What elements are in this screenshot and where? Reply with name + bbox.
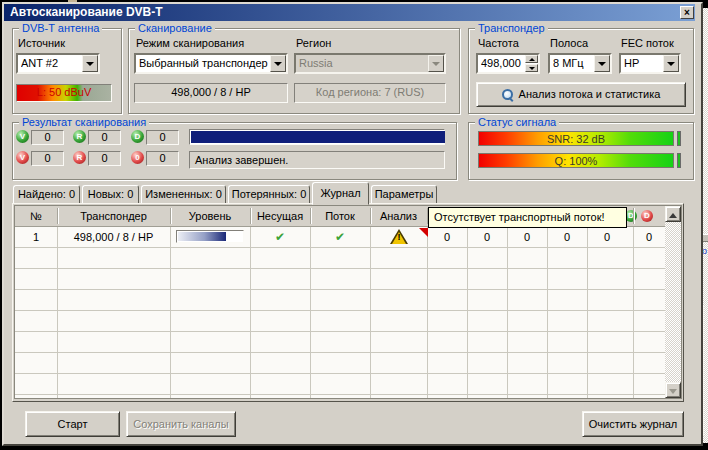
signal-status-group-title: Статус сигнала	[475, 116, 559, 129]
scan-mode-select[interactable]: Выбранный транспондер	[134, 53, 288, 74]
header-separator	[310, 208, 311, 224]
fec-label: FEC поток	[621, 37, 674, 49]
tab-changed[interactable]: Измененных: 0	[141, 185, 226, 204]
analyze-stream-button[interactable]: Анализ потока и статистика	[476, 82, 686, 107]
chevron-down-icon	[86, 62, 94, 70]
row1-counter-tv-lost: 0	[468, 228, 506, 246]
source-select[interactable]: ANT #2	[16, 53, 100, 74]
radio-found-icon: R	[73, 130, 86, 143]
scroll-up-button[interactable]	[665, 206, 681, 222]
grid-vline	[633, 227, 634, 398]
data-found-count: 0	[146, 130, 179, 145]
grid-vline	[310, 227, 311, 398]
row1-level-fill	[178, 232, 226, 241]
column-header-analysis: Анализ	[370, 206, 427, 226]
source-value: ANT #2	[21, 56, 81, 70]
bandwidth-select[interactable]: 8 МГц	[548, 53, 612, 74]
clear-journal-button[interactable]: Очистить журнал	[582, 411, 684, 437]
transponder-info-box: 498,000 / 8 / HP	[134, 83, 288, 103]
quality-text: Q: 100%	[555, 155, 598, 167]
radio-lost-count: 0	[88, 151, 121, 166]
scan-group-title: Сканирование	[135, 22, 215, 35]
region-select-disabled: Russia	[294, 53, 446, 74]
fec-dropdown-button[interactable]	[663, 55, 679, 72]
region-value: Russia	[299, 56, 427, 70]
tab-parameters[interactable]: Параметры	[371, 185, 437, 204]
row1-counter-radio-found: 0	[508, 228, 546, 246]
chevron-up-icon	[529, 55, 535, 61]
analyze-stream-label: Анализ потока и статистика	[519, 88, 661, 100]
frequency-spinbox[interactable]: 498,000	[476, 53, 540, 74]
frequency-down-button[interactable]	[525, 64, 538, 72]
grid-vline	[467, 227, 468, 398]
source-dropdown-button[interactable]	[82, 55, 98, 72]
save-channels-button: Сохранить каналы	[126, 411, 236, 437]
tab-new[interactable]: Новых: 0	[82, 185, 139, 204]
scan-result-group-title: Результат сканирования	[19, 116, 149, 129]
column-header-transponder: Транспондер	[57, 206, 170, 226]
chevron-down-icon	[667, 62, 675, 70]
frequency-value: 498,000	[481, 56, 524, 70]
bandwidth-value: 8 МГц	[553, 56, 593, 70]
column-header-stream: Поток	[310, 206, 370, 226]
signal-level-meter: L: 50 dBuV	[16, 84, 112, 102]
row1-counter-data-lost: 0	[634, 228, 664, 246]
scan-status-text: Анализ завершен.	[195, 154, 288, 166]
transponder-group-title: Транспондер	[475, 22, 548, 35]
tab-found[interactable]: Найдено: 0	[13, 185, 80, 204]
snr-text: SNR: 32 dB	[547, 133, 605, 145]
snr-bar: SNR: 32 dB	[478, 131, 674, 146]
table-scrollbar[interactable]	[665, 206, 681, 398]
grid-vline	[547, 227, 548, 398]
column-header-num: №	[15, 206, 57, 226]
close-icon: ×	[684, 7, 690, 18]
magnifier-icon	[502, 89, 513, 100]
chevron-down-icon	[432, 62, 440, 70]
scroll-down-icon	[669, 389, 677, 398]
bandwidth-dropdown-button[interactable]	[594, 55, 610, 72]
chevron-down-icon	[274, 62, 282, 70]
fec-select[interactable]: HP	[619, 53, 681, 74]
region-label: Регион	[296, 37, 331, 49]
grid-vline	[507, 227, 508, 398]
grid-vline	[427, 227, 428, 398]
grid-vline	[587, 227, 588, 398]
tab-lost[interactable]: Потерянных: 0	[228, 185, 310, 204]
tab-journal[interactable]: Журнал	[312, 182, 369, 205]
scroll-up-icon	[669, 209, 677, 218]
tv-found-icon: V	[16, 130, 29, 143]
close-button[interactable]: ×	[680, 6, 694, 19]
title-bar[interactable]: Автосканирование DVB-T	[4, 4, 695, 21]
radio-found-count: 0	[88, 130, 121, 145]
tooltip-text: Отсутствует транспортный поток!	[434, 211, 605, 223]
scan-mode-label: Режим сканирования	[136, 37, 244, 49]
quality-bar: Q: 100%	[478, 153, 674, 168]
frequency-up-button[interactable]	[525, 55, 538, 63]
warning-exclamation: !	[390, 232, 408, 242]
scan-mode-value: Выбранный транспондер	[139, 56, 269, 70]
window-title: Автосканирование DVB-T	[10, 5, 163, 19]
screen: ко Автосканирование DVB-T × DVB-T антенн…	[0, 0, 708, 450]
start-button[interactable]: Старт	[25, 411, 120, 437]
quality-bar-end-marker	[677, 153, 681, 168]
row1-num[interactable]: 1	[16, 228, 56, 246]
radio-lost-icon: R	[73, 151, 86, 164]
header-separator	[250, 208, 251, 224]
antenna-group-title: DVB-T антенна	[19, 22, 102, 35]
data-found-icon: D	[131, 130, 144, 143]
region-code-text: Код региона: 7 (RUS)	[316, 86, 424, 98]
frequency-label: Частота	[478, 37, 519, 49]
column-header-level: Уровень	[170, 206, 250, 226]
row1-counter-data-found: 0	[588, 228, 626, 246]
scan-mode-dropdown-button[interactable]	[270, 55, 286, 72]
fec-value: HP	[624, 56, 662, 70]
scroll-down-button[interactable]	[665, 382, 681, 398]
header-separator	[370, 208, 371, 224]
region-dropdown-button	[428, 55, 444, 72]
start-button-label: Старт	[58, 418, 88, 430]
tv-lost-icon: V	[16, 151, 29, 164]
header-separator	[57, 208, 58, 224]
scan-progress-bar	[189, 129, 445, 145]
tv-lost-count: 0	[31, 151, 64, 166]
row1-transponder[interactable]: 498,000 / 8 / HP	[58, 228, 169, 246]
